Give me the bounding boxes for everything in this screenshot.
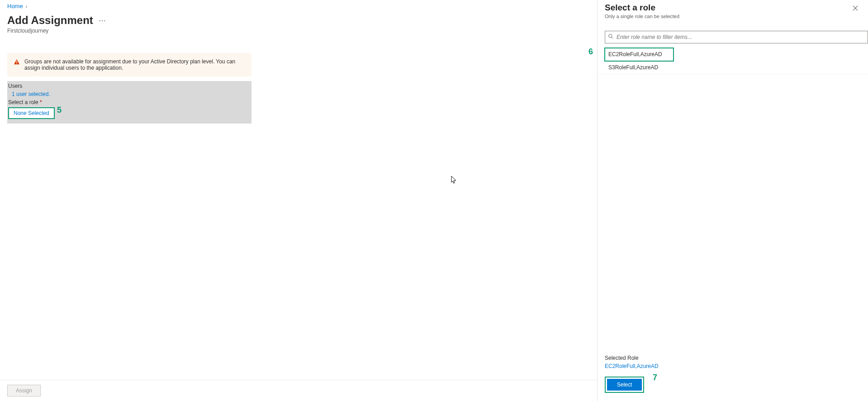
role-search[interactable] xyxy=(605,31,868,43)
panel-title: Select a role xyxy=(605,3,679,13)
users-label: Users xyxy=(7,81,251,89)
panel-subtitle: Only a single role can be selected xyxy=(605,14,679,19)
svg-point-2 xyxy=(609,34,612,38)
warning-icon xyxy=(14,59,20,65)
chevron-right-icon: › xyxy=(26,4,28,9)
assignment-form: Users 1 user selected. Select a role * N… xyxy=(7,81,251,124)
select-button[interactable]: Select xyxy=(607,379,642,391)
warning-text: Groups are not available for assignment … xyxy=(24,58,245,71)
role-item-ec2[interactable]: EC2RoleFull,AzureAD xyxy=(605,48,674,61)
svg-line-3 xyxy=(612,37,613,38)
required-asterisk: * xyxy=(40,99,42,105)
selected-role-value: EC2RoleFull,AzureAD xyxy=(605,363,861,369)
annotation-7: 7 xyxy=(653,373,657,382)
svg-rect-0 xyxy=(16,61,17,62)
select-role-panel: Select a role Only a single role can be … xyxy=(597,0,868,401)
role-list: EC2RoleFull,AzureAD S3RoleFull,AzureAD xyxy=(598,48,868,74)
role-item-s3[interactable]: S3RoleFull,AzureAD xyxy=(598,61,868,74)
role-search-input[interactable] xyxy=(617,34,865,40)
more-icon[interactable]: ⋯ xyxy=(99,16,106,25)
select-role-button[interactable]: None Selected xyxy=(8,107,55,119)
page-title: Add Assignment xyxy=(7,14,93,27)
warning-banner: Groups are not available for assignment … xyxy=(7,53,251,76)
assign-button[interactable]: Assign xyxy=(7,385,41,396)
select-role-label: Select a role * xyxy=(7,97,251,105)
annotation-6: 6 xyxy=(588,47,593,57)
breadcrumb-home[interactable]: Home xyxy=(7,3,23,10)
main-footer: Assign xyxy=(0,380,597,401)
svg-rect-1 xyxy=(16,63,17,64)
annotation-5: 5 xyxy=(57,105,62,115)
selected-role-label: Selected Role xyxy=(605,355,861,361)
select-role-label-text: Select a role xyxy=(8,99,38,105)
close-icon[interactable] xyxy=(850,3,861,14)
users-selected-link[interactable]: 1 user selected. xyxy=(7,89,50,97)
breadcrumb: Home › xyxy=(7,0,597,10)
search-icon xyxy=(608,33,614,41)
page-subtitle: Firstcloudjourney xyxy=(7,28,597,34)
